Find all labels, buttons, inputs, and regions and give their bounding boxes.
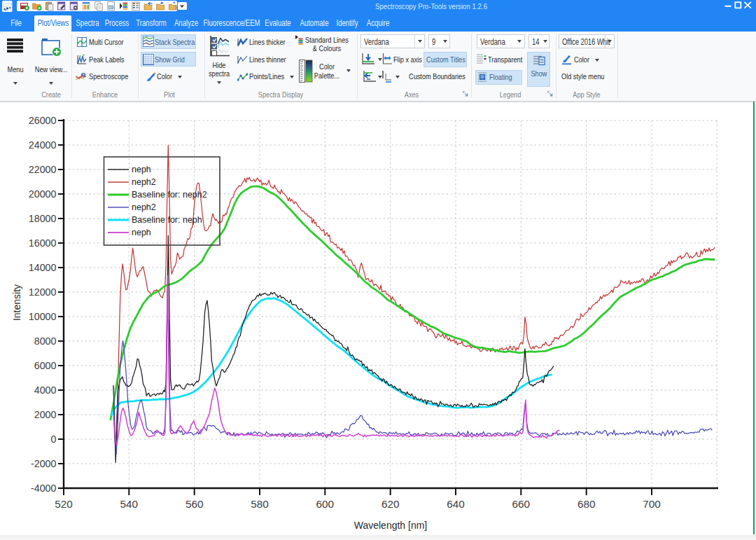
svg-text:26000: 26000 [29, 115, 57, 126]
svg-text:680: 680 [578, 498, 596, 510]
svg-text:-2000: -2000 [31, 458, 57, 469]
svg-text:18000: 18000 [29, 213, 57, 224]
svg-text:neph2: neph2 [132, 202, 156, 212]
svg-text:12000: 12000 [29, 286, 57, 298]
svg-text:640: 640 [447, 498, 465, 510]
svg-text:560: 560 [186, 498, 204, 510]
svg-text:700: 700 [643, 498, 661, 510]
svg-text:8000: 8000 [34, 335, 57, 347]
svg-text:520: 520 [55, 498, 73, 510]
svg-text:Baseline for: neph2: Baseline for: neph2 [132, 190, 207, 200]
svg-text:580: 580 [251, 498, 269, 510]
svg-text:Baseline for: neph: Baseline for: neph [132, 215, 202, 225]
svg-text:Wavelength [nm]: Wavelength [nm] [354, 520, 428, 531]
svg-text:14000: 14000 [29, 262, 57, 273]
svg-text:600: 600 [316, 498, 335, 510]
svg-text:neph: neph [132, 165, 151, 174]
svg-text:540: 540 [120, 498, 139, 510]
svg-text:10000: 10000 [29, 311, 57, 322]
svg-text:neph: neph [132, 228, 151, 237]
svg-text:neph2: neph2 [132, 177, 156, 187]
svg-text:-4000: -4000 [31, 483, 57, 494]
svg-text:2000: 2000 [34, 409, 57, 420]
svg-text:16000: 16000 [29, 237, 57, 249]
svg-text:4000: 4000 [34, 385, 57, 396]
svg-text:620: 620 [382, 498, 400, 510]
svg-text:20000: 20000 [29, 188, 57, 200]
svg-text:6000: 6000 [34, 360, 57, 371]
svg-text:0: 0 [51, 434, 57, 445]
svg-text:Intensity: Intensity [11, 284, 22, 321]
svg-text:22000: 22000 [29, 164, 57, 175]
svg-text:660: 660 [512, 498, 531, 510]
svg-text:24000: 24000 [29, 139, 57, 151]
